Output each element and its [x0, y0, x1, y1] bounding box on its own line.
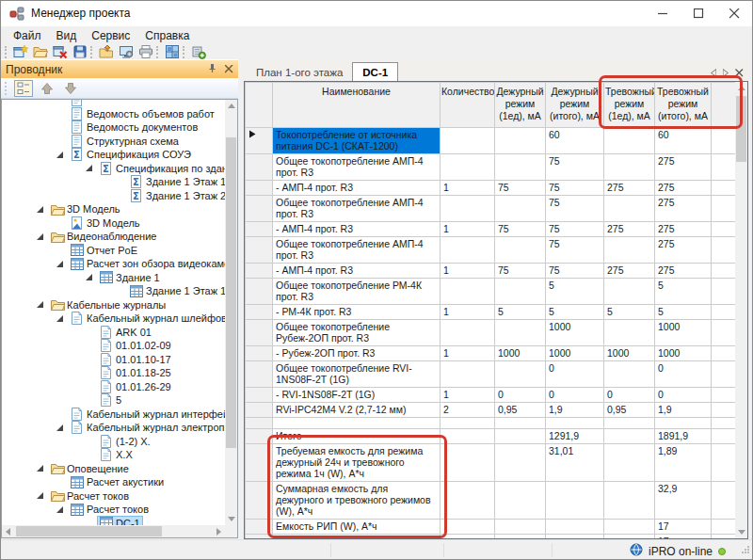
row-selector[interactable]: [246, 237, 273, 264]
grid-cell[interactable]: Итого: [273, 429, 441, 444]
menu-item[interactable]: Справка: [137, 27, 197, 44]
tree-item[interactable]: Кабельный журнал интерфейсных: [2, 408, 225, 422]
scroll-up-icon[interactable]: [735, 82, 747, 94]
add-database-button[interactable]: [188, 44, 208, 59]
grid-cell[interactable]: 1,9: [655, 403, 712, 418]
grid-cell[interactable]: [441, 482, 495, 520]
grid-cell[interactable]: [546, 418, 604, 429]
tree-expander-icon[interactable]: [36, 491, 48, 500]
grid-cell[interactable]: 0: [495, 388, 546, 403]
grid-cell[interactable]: 275: [604, 222, 655, 237]
grid-cell[interactable]: Общее токопотребление Рубеж-2ОП прот. R3: [273, 320, 441, 346]
grid-cell[interactable]: [604, 320, 655, 346]
tree-item[interactable]: ΣСпецификация СОУЭ: [2, 148, 225, 162]
grid-cell[interactable]: 75: [546, 264, 604, 279]
grid-cell[interactable]: 275: [604, 264, 655, 279]
grid-cell[interactable]: 1291,9: [546, 429, 604, 444]
grid-cell[interactable]: [441, 196, 495, 222]
grid-cell[interactable]: [604, 418, 655, 429]
filler-header[interactable]: [712, 83, 736, 128]
display-settings-button[interactable]: [116, 44, 136, 59]
grid-cell[interactable]: 1000: [546, 346, 604, 361]
tree-item[interactable]: Ведомость документов: [2, 120, 225, 135]
grid-cell[interactable]: - АМП-4 прот. R3: [273, 264, 441, 279]
tab-close-icon[interactable]: [735, 64, 744, 81]
grid-cell[interactable]: [495, 237, 546, 264]
grid-cell[interactable]: 0: [655, 388, 712, 403]
grid-cell[interactable]: 1,9: [546, 403, 604, 418]
column-header[interactable]: Тревожный режим (1ед), мА: [604, 83, 655, 128]
grid-cell[interactable]: [441, 418, 495, 429]
column-header[interactable]: Наименование: [273, 83, 441, 128]
tab-active[interactable]: DC-1: [352, 62, 398, 81]
tree-item[interactable]: Здание 1: [2, 271, 225, 285]
grid-cell[interactable]: 5: [604, 305, 655, 320]
row-selector[interactable]: [246, 482, 273, 520]
grid-cell[interactable]: [441, 429, 495, 444]
tree-item[interactable]: Оповещение: [2, 462, 225, 476]
grid-cell[interactable]: 1: [441, 181, 495, 196]
tree-expander-icon[interactable]: [85, 164, 97, 172]
tree-item[interactable]: Отчет PoE: [2, 244, 225, 258]
grid-cell[interactable]: Общее токопотребление АМП-4 прот. R3: [273, 237, 441, 264]
grid-cell[interactable]: 2: [441, 403, 495, 418]
grid-cell[interactable]: 1: [441, 222, 495, 237]
row-selector-header[interactable]: [246, 83, 273, 128]
tree-item[interactable]: 01.01.10-17: [2, 353, 225, 367]
grid-cell[interactable]: 75: [546, 237, 604, 264]
grid-cell[interactable]: - Рубеж-2ОП прот. R3: [273, 346, 441, 361]
grid-cell[interactable]: [495, 320, 546, 346]
grid-cell[interactable]: [495, 444, 546, 482]
grid-cell[interactable]: [441, 128, 495, 154]
row-selector[interactable]: [246, 196, 273, 222]
row-selector[interactable]: [246, 361, 273, 388]
tree-item[interactable]: 3D Модель: [2, 216, 225, 231]
tree-item[interactable]: X.X: [2, 448, 225, 462]
grid-cell[interactable]: 32,9: [655, 482, 712, 520]
tree-item[interactable]: Структурная схема: [2, 135, 225, 149]
tree-expander-icon[interactable]: [56, 314, 68, 323]
tree-item[interactable]: Расчет акустики: [2, 475, 225, 489]
move-up-button[interactable]: [38, 80, 56, 97]
grid-cell[interactable]: Требуемая емкость для режима дежурный 24…: [273, 444, 441, 482]
tab-scroll-right-icon[interactable]: [723, 64, 729, 81]
grid-cell[interactable]: 17: [655, 520, 712, 535]
grid-cell[interactable]: [604, 535, 655, 539]
row-selector[interactable]: [246, 429, 273, 444]
tree-expander-icon[interactable]: [36, 205, 48, 214]
grid-cell[interactable]: 0,95: [604, 403, 655, 418]
grid-cell[interactable]: 275: [604, 181, 655, 196]
save-project-button[interactable]: [70, 44, 89, 59]
grid-cell[interactable]: 5: [546, 279, 604, 305]
grid-cell[interactable]: [604, 361, 655, 388]
tree-item[interactable]: Видеонаблюдение: [2, 230, 225, 244]
grid-cell[interactable]: 75: [546, 154, 604, 181]
grid-cell[interactable]: 1000: [546, 320, 604, 346]
grid-cell[interactable]: [441, 154, 495, 181]
tree-expander-icon[interactable]: [36, 232, 48, 241]
tree-item[interactable]: 01.01.02-09: [2, 339, 225, 353]
tree-expander-icon[interactable]: [85, 273, 97, 281]
grid-cell[interactable]: [655, 418, 712, 429]
grid-cell[interactable]: [495, 535, 546, 539]
grid-cell[interactable]: 0: [655, 361, 712, 388]
grid-cell[interactable]: Емкость РИП с учетом коэф. использования…: [273, 535, 441, 539]
tree-item[interactable]: ΣЗдание 1 Этаж 1: [2, 175, 225, 189]
column-header[interactable]: Дежурный режим (итого), мА: [546, 83, 604, 128]
column-header[interactable]: Дежурный режим (1ед), мА: [495, 83, 546, 128]
grid-cell[interactable]: 0: [546, 361, 604, 388]
tree-expander-icon[interactable]: [56, 260, 68, 268]
scrollbar-thumb[interactable]: [736, 96, 746, 162]
grid-cell[interactable]: 275: [655, 181, 712, 196]
scrollbar-thumb[interactable]: [226, 137, 236, 448]
tree-vertical-scrollbar[interactable]: [225, 100, 237, 525]
grid-cell[interactable]: [273, 418, 441, 429]
row-selector[interactable]: [246, 305, 273, 320]
tree-expander-icon[interactable]: [36, 300, 48, 309]
grid-cell[interactable]: [495, 482, 546, 520]
tree-item[interactable]: Кабельный журнал шлейфов сигна: [2, 312, 225, 326]
grid-cell[interactable]: 1: [441, 388, 495, 403]
grid-cell[interactable]: Емкость РИП (W), А*ч: [273, 520, 441, 535]
tree-expander-icon[interactable]: [56, 424, 68, 432]
tree-item[interactable]: ΣСпецификация по зданию 1: [2, 162, 225, 176]
